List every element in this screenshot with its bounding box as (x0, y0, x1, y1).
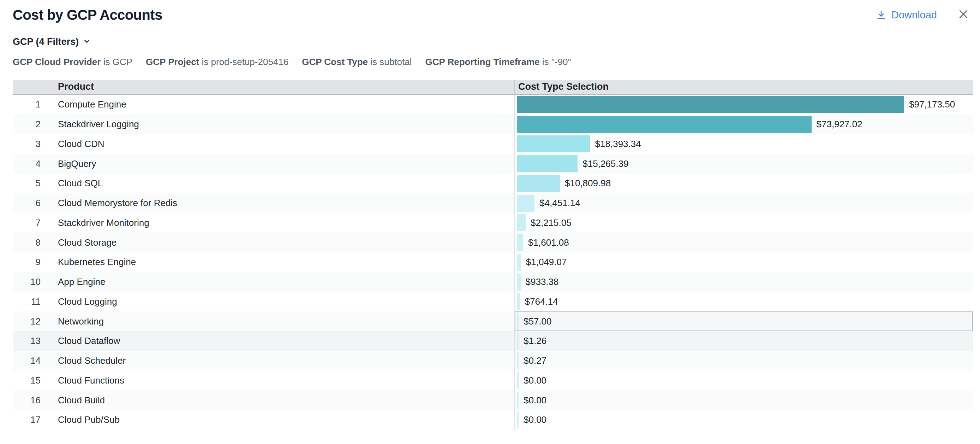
cost-cell[interactable]: $10,809.98 (514, 174, 973, 193)
table-row[interactable]: 17 Cloud Pub/Sub $0.00 (13, 410, 973, 430)
cost-bar (517, 353, 519, 369)
table-row[interactable]: 10 App Engine $933.38 (13, 272, 973, 292)
cost-cell[interactable]: $2,215.05 (514, 213, 973, 233)
cost-bar (517, 234, 523, 251)
cost-bar (517, 214, 526, 231)
row-index: 13 (13, 331, 47, 351)
cost-value: $15,265.39 (582, 158, 628, 169)
cost-value: $1.26 (523, 335, 546, 347)
cost-table: Product Cost Type Selection 1 Compute En… (13, 80, 973, 430)
cost-cell[interactable]: $57.00 (514, 311, 973, 331)
product-name: Cloud Memorystore for Redis (47, 193, 514, 213)
cost-cell[interactable]: $0.00 (514, 371, 973, 391)
cost-value: $2,215.05 (531, 217, 571, 228)
cost-value: $0.27 (523, 355, 546, 366)
cost-cell[interactable]: $15,265.39 (514, 154, 973, 174)
product-name: Cloud Pub/Sub (47, 410, 514, 430)
close-button[interactable] (958, 8, 969, 22)
cost-value: $97,173.50 (909, 99, 955, 110)
table-row[interactable]: 15 Cloud Functions $0.00 (13, 371, 973, 391)
cost-bar (517, 412, 519, 428)
product-name: Compute Engine (47, 95, 514, 115)
applied-filters: GCP Cloud Provider is GCP GCP Project is… (13, 57, 571, 67)
row-index: 12 (13, 311, 47, 331)
row-index: 9 (13, 252, 47, 272)
product-name: BigQuery (47, 154, 514, 174)
filter-chip[interactable]: GCP Project is prod-setup-205416 (146, 57, 288, 67)
table-row[interactable]: 12 Networking $57.00 (13, 311, 973, 331)
row-index: 2 (13, 115, 47, 134)
row-index: 10 (13, 272, 47, 292)
filter-group-toggle[interactable]: GCP (4 Filters) (13, 36, 91, 48)
row-index: 16 (13, 390, 47, 410)
cost-value: $764.14 (525, 296, 558, 307)
product-name: Cloud Dataflow (47, 331, 514, 351)
cost-cell[interactable]: $0.00 (514, 410, 973, 430)
row-index: 14 (13, 351, 47, 371)
filter-chip[interactable]: GCP Cost Type is subtotal (302, 57, 412, 67)
table-row[interactable]: 7 Stackdriver Monitoring $2,215.05 (13, 213, 973, 233)
cost-bar (517, 116, 811, 133)
download-icon (876, 10, 886, 20)
table-row[interactable]: 16 Cloud Build $0.00 (13, 390, 973, 410)
cost-bar (517, 313, 519, 330)
row-index: 5 (13, 174, 47, 193)
row-index: 6 (13, 193, 47, 213)
download-label: Download (891, 9, 937, 21)
filter-chip[interactable]: GCP Cloud Provider is GCP (13, 57, 132, 67)
cost-bar (517, 274, 521, 291)
cost-cell[interactable]: $97,173.50 (514, 95, 973, 115)
table-row[interactable]: 1 Compute Engine $97,173.50 (13, 95, 973, 115)
table-row[interactable]: 5 Cloud SQL $10,809.98 (13, 174, 973, 193)
table-header-row: Product Cost Type Selection (13, 80, 973, 95)
filter-chip[interactable]: GCP Reporting Timeframe is "-90" (425, 57, 571, 67)
table-row[interactable]: 13 Cloud Dataflow $1.26 (13, 331, 973, 351)
product-name: Cloud Scheduler (47, 351, 514, 371)
table-row[interactable]: 4 BigQuery $15,265.39 (13, 154, 973, 174)
cost-value: $0.00 (523, 395, 546, 406)
table-row[interactable]: 6 Cloud Memorystore for Redis $4,451.14 (13, 193, 973, 213)
cost-cell[interactable]: $4,451.14 (514, 193, 973, 213)
row-index: 17 (13, 410, 47, 430)
row-index: 4 (13, 154, 47, 174)
cost-bar (517, 372, 519, 389)
cost-bar (517, 195, 535, 212)
cost-value: $933.38 (526, 276, 559, 287)
table-row[interactable]: 9 Kubernetes Engine $1,049.07 (13, 252, 973, 272)
cost-cell[interactable]: $1,049.07 (514, 252, 973, 272)
cost-bar (517, 155, 578, 172)
product-name: Stackdriver Logging (47, 115, 514, 134)
table-row[interactable]: 3 Cloud CDN $18,393.34 (13, 134, 973, 154)
cost-bar (517, 254, 521, 271)
cost-cell[interactable]: $18,393.34 (514, 134, 973, 154)
cost-cell[interactable]: $73,927.02 (514, 115, 973, 134)
cost-cell[interactable]: $0.00 (514, 390, 973, 410)
row-index: 3 (13, 134, 47, 154)
product-name: App Engine (47, 272, 514, 292)
cost-report-panel: Cost by GCP Accounts Download GCP (4 (0, 0, 980, 444)
cost-cell[interactable]: $764.14 (514, 292, 973, 312)
table-row[interactable]: 11 Cloud Logging $764.14 (13, 292, 973, 312)
filter-group-label: GCP (4 Filters) (13, 37, 79, 47)
column-header-cost-type-selection[interactable]: Cost Type Selection (514, 80, 973, 94)
cost-cell[interactable]: $1,601.08 (514, 233, 973, 252)
table-row[interactable]: 2 Stackdriver Logging $73,927.02 (13, 115, 973, 134)
cost-bar (517, 175, 560, 192)
row-index: 15 (13, 371, 47, 391)
cost-value: $1,601.08 (528, 237, 569, 248)
cost-value: $73,927.02 (816, 119, 862, 130)
product-name: Cloud Functions (47, 371, 514, 391)
row-index: 11 (13, 292, 47, 312)
cost-value: $10,809.98 (565, 178, 611, 189)
download-button[interactable]: Download (876, 9, 937, 21)
row-index: 7 (13, 213, 47, 233)
table-row[interactable]: 8 Cloud Storage $1,601.08 (13, 233, 973, 252)
cost-cell[interactable]: $0.27 (514, 351, 973, 371)
cost-cell[interactable]: $1.26 (514, 331, 973, 351)
table-row[interactable]: 14 Cloud Scheduler $0.27 (13, 351, 973, 371)
column-header-product[interactable]: Product (47, 80, 514, 94)
cost-bar (517, 333, 519, 350)
cost-cell[interactable]: $933.38 (514, 272, 973, 292)
product-name: Cloud Storage (47, 233, 514, 252)
row-index: 8 (13, 233, 47, 252)
